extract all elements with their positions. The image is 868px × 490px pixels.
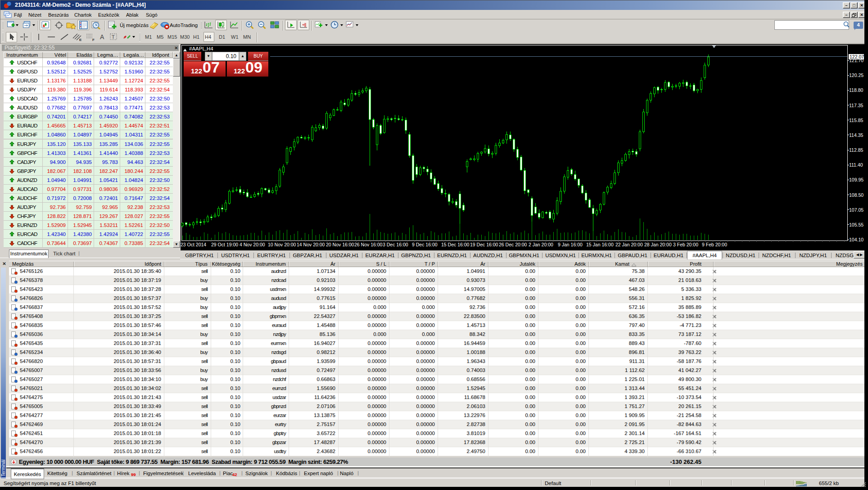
- svg-text:29 Oct 19:00: 29 Oct 19:00: [211, 242, 238, 247]
- svg-text:E: E: [79, 38, 82, 41]
- svg-text:14 Nov 20:00: 14 Nov 20:00: [297, 242, 325, 247]
- svg-text:9 Jan 16:00: 9 Jan 16:00: [558, 242, 583, 247]
- svg-text:115.85: 115.85: [849, 118, 863, 123]
- svg-text:9 Feb 20:00: 9 Feb 20:00: [702, 242, 727, 247]
- svg-text:20 Nov 16:00: 20 Nov 16:00: [326, 242, 354, 247]
- svg-text:4 Nov 20:00: 4 Nov 20:00: [240, 242, 265, 247]
- svg-text:2 Jan 20:00: 2 Jan 20:00: [529, 242, 553, 247]
- svg-text:107.05: 107.05: [849, 207, 863, 213]
- svg-text:122.07: 122.07: [850, 54, 864, 59]
- svg-text:105.55: 105.55: [849, 222, 863, 227]
- svg-text:109.95: 109.95: [849, 177, 863, 182]
- svg-text:114.35: 114.35: [849, 132, 863, 138]
- svg-text:26 Nov 16:00: 26 Nov 16:00: [354, 242, 383, 247]
- svg-text:112.85: 112.85: [849, 147, 863, 153]
- svg-text:15 Dec 16:00: 15 Dec 16:00: [441, 242, 470, 247]
- svg-text:3 Dec 16:00: 3 Dec 16:00: [383, 242, 408, 247]
- svg-text:10 Nov 20:00: 10 Nov 20:00: [268, 242, 296, 247]
- svg-text:104.10: 104.10: [849, 237, 863, 242]
- svg-text:22 Jan 20:00: 22 Jan 20:00: [615, 242, 643, 247]
- svg-text:120.25: 120.25: [849, 73, 863, 78]
- svg-text:T: T: [112, 34, 115, 40]
- svg-text:F: F: [92, 38, 95, 41]
- svg-text:3 Feb 20:00: 3 Feb 20:00: [673, 242, 698, 247]
- svg-text:28 Jan 20:00: 28 Jan 20:00: [644, 242, 672, 247]
- svg-text:118.80: 118.80: [849, 87, 863, 93]
- svg-text:A: A: [100, 33, 104, 41]
- svg-text:117.35: 117.35: [849, 103, 863, 108]
- svg-text:26 Dec 20:00: 26 Dec 20:00: [499, 242, 527, 247]
- svg-text:108.50: 108.50: [849, 192, 863, 198]
- svg-text:111.40: 111.40: [849, 162, 863, 168]
- svg-text:23 Oct 2014: 23 Oct 2014: [181, 242, 206, 247]
- svg-text:15 Jan 16:00: 15 Jan 16:00: [586, 242, 614, 247]
- svg-text:9 Dec 16:00: 9 Dec 16:00: [412, 242, 438, 247]
- svg-text:19 Dec 16:00: 19 Dec 16:00: [470, 242, 498, 247]
